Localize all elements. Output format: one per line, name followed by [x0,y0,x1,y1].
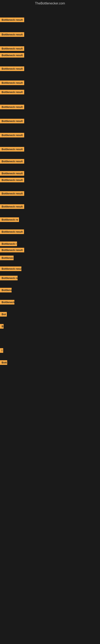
bottleneck-result-item[interactable]: B [0,324,3,330]
bottleneck-result-item[interactable]: Bottleneck result [0,230,24,235]
bottleneck-result-label: Bottleneck result [0,230,24,234]
bottleneck-result-item[interactable]: Bottleneck result [0,204,24,210]
bottleneck-result-label: Bottleneck result [0,119,24,123]
bottleneck-result-label: I [0,348,3,353]
bottleneck-result-item[interactable]: Bottleneck result [0,53,24,58]
bottleneck-result-label: Bottleneck result [0,80,24,85]
bottleneck-result-label: B [0,324,3,329]
bottleneck-result-item[interactable]: Bottleneck result [0,171,24,176]
bottleneck-result-item[interactable]: Bottleneck result [0,90,24,95]
bottleneck-result-item[interactable]: Bottleneck result [0,178,24,183]
bottleneck-result-label: Bottleneck re [0,217,19,222]
bottleneck-result-item[interactable]: Bottleneck result [0,32,24,38]
bottleneck-result-label: Bottleneck result [0,204,24,209]
bottleneck-result-item[interactable]: Bottleneck [0,300,14,305]
bottleneck-result-item[interactable]: Bot [0,312,7,317]
bottleneck-result-item[interactable]: Bottleneck result [0,18,24,23]
bottleneck-result-item[interactable]: Bottleneck re [0,217,19,223]
bottleneck-result-item[interactable]: Bottleneck result [0,159,24,164]
bottleneck-result-item[interactable]: Bottleneck result [0,46,24,52]
bottleneck-result-label: Bottleneck result [0,18,24,22]
bottleneck-result-item[interactable]: Bott [0,360,7,366]
bottleneck-result-item[interactable]: Bottleneck result [0,266,21,272]
bottleneck-result-label: Bottleneck result [0,32,24,37]
bottleneck-result-label: Bottleneck [0,300,14,304]
bottleneck-result-item[interactable]: Bottlenec [0,256,14,261]
bottleneck-result-label: Bottleneck result [0,191,24,196]
bottleneck-result-label: Bottlens [0,288,12,292]
bottleneck-result-label: Bottleneck result [0,53,24,58]
bottleneck-result-label: Bottleneck result [0,133,24,138]
bottleneck-result-label: Bottleneck result [0,105,24,109]
bottleneck-result-label: Bottleneck result [0,266,21,271]
bottleneck-result-item[interactable]: Bottleneck result [0,66,24,72]
bottleneck-result-label: Bot [0,312,7,316]
bottleneck-result-label: Bottleneck result [0,248,24,252]
bottleneck-result-label: Bottleneck result [0,159,24,164]
bottleneck-result-label: Bottleneck result [0,90,24,94]
bottleneck-result-item[interactable]: Bottleneck r [0,242,17,247]
bottleneck-result-item[interactable]: I [0,348,3,354]
bottleneck-result-label: Bottleneck result [0,66,24,71]
bottleneck-result-label: Bottleneck re [0,276,18,280]
bottleneck-result-item[interactable]: Bottleneck result [0,119,24,124]
bottleneck-result-item[interactable]: Bottleneck result [0,80,24,86]
bottleneck-result-label: Bottlenec [0,256,14,260]
site-title: TheBottlenecker.com [0,0,100,6]
bottleneck-result-item[interactable]: Bottleneck result [0,191,24,196]
bottleneck-result-label: Bottleneck result [0,147,24,152]
bottleneck-result-item[interactable]: Bottleneck re [0,276,18,281]
bottleneck-result-label: Bottleneck r [0,242,17,246]
bottleneck-result-item[interactable]: Bottleneck result [0,105,24,110]
bottleneck-result-label: Bott [0,360,7,365]
bottleneck-result-item[interactable]: Bottleneck result [0,133,24,138]
bottleneck-result-label: Bottleneck result [0,46,24,51]
bottleneck-result-item[interactable]: Bottlens [0,288,12,293]
bottleneck-result-label: Bottleneck result [0,171,24,176]
bottleneck-result-label: Bottleneck result [0,178,24,182]
bottleneck-result-item[interactable]: Bottleneck result [0,248,24,253]
bottleneck-result-item[interactable]: Bottleneck result [0,147,24,152]
